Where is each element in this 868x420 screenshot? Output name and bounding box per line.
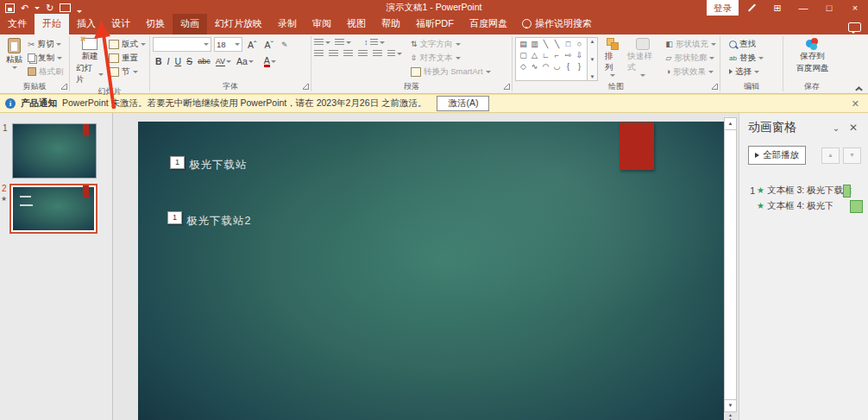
group-save: 保存到 百度网盘 保存: [783, 34, 840, 93]
shape-gallery-scroll[interactable]: ▲▼▼: [588, 37, 598, 81]
timeline-bar-2[interactable]: [850, 200, 863, 213]
pane-options-chevron-icon[interactable]: ⌄: [827, 123, 846, 133]
previous-slide-icon[interactable]: ▲▲: [725, 412, 736, 420]
justify-button[interactable]: [358, 50, 368, 58]
tab-insert[interactable]: 插入: [69, 14, 104, 34]
clipboard-dialog-launcher-icon[interactable]: [61, 84, 67, 90]
shape-gallery[interactable]: ▤▥╲╲□○ ▢△∟⌐⇨⇩ ◇∿◠◡{}: [515, 37, 588, 81]
shape-fill-button[interactable]: ◧形状填充: [664, 37, 718, 51]
align-right-button[interactable]: [343, 50, 353, 58]
change-case-button[interactable]: Aa: [234, 54, 256, 68]
play-all-button[interactable]: 全部播放: [748, 146, 806, 165]
animation-pane-title: 动画窗格: [748, 120, 796, 135]
bullets-button[interactable]: [314, 39, 330, 47]
numbering-button[interactable]: [335, 39, 351, 47]
dismiss-notice-icon[interactable]: ✕: [852, 98, 863, 110]
shape-effects-button[interactable]: ◑形状效果: [664, 65, 718, 78]
scroll-down-icon[interactable]: ▼: [724, 399, 737, 412]
drawing-dialog-launcher-icon[interactable]: [712, 84, 718, 90]
font-dialog-launcher-icon[interactable]: [303, 84, 309, 90]
baidu-netdisk-icon: [804, 38, 821, 50]
tab-view[interactable]: 视图: [339, 14, 374, 34]
animation-item-1[interactable]: 1 ★ 文本框 3: 极光下载站: [748, 184, 861, 197]
arrange-button[interactable]: 排列: [601, 37, 624, 81]
grow-font-button[interactable]: Aˆ: [245, 38, 260, 52]
tab-slideshow[interactable]: 幻灯片放映: [207, 14, 270, 34]
slide-textbox-1[interactable]: 极光下载站: [189, 158, 248, 172]
animation-item-2[interactable]: ★ 文本框 4: 极光下载...: [748, 199, 861, 212]
tab-animations[interactable]: 动画: [173, 14, 207, 34]
format-painter-button[interactable]: 格式刷: [26, 65, 66, 78]
slide2-thumbnail[interactable]: [9, 184, 97, 234]
animation-order-badge[interactable]: 1: [167, 211, 182, 224]
align-text-button[interactable]: ⇳对齐文本: [409, 51, 493, 65]
copy-button[interactable]: 复制: [26, 51, 66, 65]
clear-formatting-button[interactable]: ✎: [279, 38, 291, 52]
paragraph-dialog-launcher-icon[interactable]: [504, 84, 510, 90]
tab-home[interactable]: 开始: [35, 14, 69, 34]
slide-textbox-2[interactable]: 极光下载站2: [186, 214, 251, 229]
slide-canvas[interactable]: 1 极光下载站 1 极光下载站2: [138, 122, 724, 420]
slide-red-rectangle[interactable]: [620, 122, 654, 170]
align-left-button[interactable]: [314, 50, 324, 58]
columns-button[interactable]: [387, 50, 402, 58]
tab-baidu-netdisk[interactable]: 百度网盘: [462, 14, 515, 34]
tab-record[interactable]: 录制: [270, 14, 305, 34]
slides-group-label: 幻灯片: [98, 87, 122, 96]
font-name-combo[interactable]: [153, 37, 211, 52]
line-spacing-button[interactable]: ↕: [364, 38, 385, 47]
quick-styles-button[interactable]: 快速样式: [624, 37, 662, 81]
scrollbar-track[interactable]: [724, 130, 737, 399]
timeline-bar-1[interactable]: [843, 185, 851, 197]
maximize-button[interactable]: □: [816, 0, 842, 16]
new-slide-button[interactable]: 新建 幻灯片: [72, 37, 107, 86]
collapse-ribbon-icon[interactable]: [855, 85, 863, 90]
editing-group-label: 编辑: [744, 82, 759, 91]
convert-smartart-button[interactable]: 转换为 SmartArt: [409, 65, 493, 78]
select-button[interactable]: 选择: [727, 65, 781, 78]
tab-foxit-pdf[interactable]: 福昕PDF: [408, 14, 462, 34]
activate-button[interactable]: 激活(A): [437, 96, 489, 111]
minimize-button[interactable]: —: [790, 0, 816, 16]
text-direction-button[interactable]: ⇅文字方向: [409, 37, 493, 51]
paragraph-group-label: 段落: [404, 82, 419, 91]
save-to-baidu-button[interactable]: 保存到 百度网盘: [793, 37, 833, 81]
character-spacing-button[interactable]: AV: [213, 54, 234, 68]
shape-outline-button[interactable]: ▱形状轮廓: [664, 51, 718, 65]
align-center-button[interactable]: [329, 50, 338, 58]
italic-button[interactable]: I: [165, 54, 173, 68]
tab-design[interactable]: 设计: [104, 14, 138, 34]
tab-file[interactable]: 文件: [0, 14, 35, 34]
font-size-combo[interactable]: 18: [214, 37, 242, 52]
tab-review[interactable]: 审阅: [305, 14, 339, 34]
move-earlier-button[interactable]: ▲: [821, 147, 840, 164]
login-button[interactable]: 登录: [707, 0, 739, 16]
paste-button[interactable]: 粘贴: [3, 37, 26, 81]
tab-help[interactable]: 帮助: [374, 14, 408, 34]
distribute-button[interactable]: [373, 50, 382, 58]
ribbon-display-options-icon[interactable]: ⊞: [764, 0, 790, 16]
inking-pen-icon[interactable]: [739, 0, 764, 16]
find-button[interactable]: 查找: [727, 37, 781, 51]
reset-button[interactable]: 重置: [107, 51, 148, 65]
comments-icon[interactable]: [848, 22, 861, 32]
bold-button[interactable]: B: [153, 54, 165, 68]
animation-order-badge[interactable]: 1: [170, 156, 185, 169]
font-color-button[interactable]: A: [261, 54, 279, 68]
vertical-scrollbar[interactable]: ▲ ▼ ▲▲: [725, 117, 736, 420]
strikethrough-button[interactable]: abc: [195, 54, 213, 68]
shrink-font-button[interactable]: Aˇ: [262, 38, 277, 52]
underline-button[interactable]: U: [173, 54, 185, 68]
cut-button[interactable]: ✂剪切: [26, 37, 66, 51]
close-pane-icon[interactable]: ✕: [846, 122, 861, 134]
close-button[interactable]: ×: [842, 0, 868, 16]
shadow-button[interactable]: S: [184, 54, 195, 68]
slide1-thumbnail[interactable]: [12, 123, 97, 179]
tell-me-search[interactable]: 操作说明搜索: [515, 14, 599, 34]
scroll-up-icon[interactable]: ▲: [724, 117, 737, 130]
tab-transitions[interactable]: 切换: [138, 14, 173, 34]
section-button[interactable]: 节: [107, 65, 148, 78]
move-later-button[interactable]: ▼: [843, 147, 861, 164]
replace-button[interactable]: ab替换: [727, 51, 781, 65]
layout-button[interactable]: 版式: [107, 37, 148, 51]
